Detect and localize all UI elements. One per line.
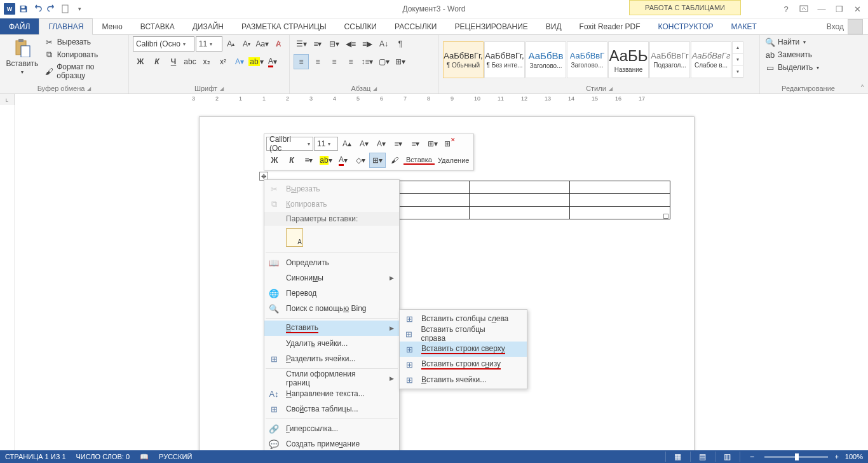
ctx-bing-search[interactable]: 🔍Поиск с помощью Bing xyxy=(264,301,399,316)
dialog-launcher-icon[interactable]: ◢ xyxy=(220,86,224,92)
mini-styles-icon[interactable]: A▾ xyxy=(373,136,390,151)
mini-grow-font-icon[interactable]: A▴ xyxy=(339,136,355,151)
tab-insert[interactable]: ВСТАВКА xyxy=(132,18,184,34)
ctx-translate[interactable]: 🌐Перевод xyxy=(264,286,399,301)
tab-view[interactable]: ВИД xyxy=(537,18,571,34)
status-page[interactable]: СТРАНИЦА 1 ИЗ 1 xyxy=(5,453,66,460)
tab-review[interactable]: РЕЦЕНЗИРОВАНИЕ xyxy=(445,18,536,34)
change-case-icon[interactable]: Aa▾ xyxy=(255,36,269,52)
ctx-synonyms[interactable]: Синонимы▶ xyxy=(264,270,399,286)
grow-font-icon[interactable]: A▴ xyxy=(224,36,238,52)
shading-icon[interactable]: ▢▾ xyxy=(376,54,391,69)
ctx-hyperlink[interactable]: 🔗Гиперссылка... xyxy=(264,421,399,436)
tab-constructor[interactable]: КОНСТРУКТОР xyxy=(649,18,722,34)
style-normal[interactable]: АаБбВвГг,¶ Обычный xyxy=(443,41,484,78)
collapse-ribbon-icon[interactable]: ^ xyxy=(857,35,868,93)
mini-bold-button[interactable]: Ж xyxy=(266,153,283,168)
help-icon[interactable]: ? xyxy=(778,2,794,16)
mini-font-size[interactable]: 11▾ xyxy=(314,137,338,151)
restore-icon[interactable]: ❐ xyxy=(831,2,848,16)
superscript-button[interactable]: x² xyxy=(215,54,231,69)
bold-button[interactable]: Ж xyxy=(133,54,148,69)
status-proofing-icon[interactable]: 📖 xyxy=(140,453,149,461)
redo-icon[interactable] xyxy=(44,2,58,16)
new-doc-icon[interactable] xyxy=(58,2,72,16)
ruler-vertical[interactable] xyxy=(0,105,15,450)
sign-in[interactable]: Вход xyxy=(827,18,868,34)
mini-format-painter-icon[interactable]: 🖌 xyxy=(386,153,403,168)
multilevel-icon[interactable]: ⊟▾ xyxy=(327,36,342,52)
shrink-font-icon[interactable]: A▾ xyxy=(240,36,254,52)
ctx-delete-cells[interactable]: Удалить ячейки... xyxy=(264,336,399,351)
numbering-icon[interactable]: ≡▾ xyxy=(310,36,325,52)
styles-gallery[interactable]: АаБбВвГг,¶ Обычный АаБбВвГг,¶ Без инте..… xyxy=(443,41,743,78)
tab-layout-table[interactable]: МАКЕТ xyxy=(722,18,766,34)
close-icon[interactable]: ✕ xyxy=(849,2,865,16)
style-heading2[interactable]: АаБбВвГЗаголово... xyxy=(567,41,607,78)
dialog-launcher-icon[interactable]: ◢ xyxy=(373,86,377,92)
clear-format-icon[interactable]: A̷ xyxy=(271,36,285,52)
mini-shrink-font-icon[interactable]: A▾ xyxy=(356,136,372,151)
tab-design[interactable]: ДИЗАЙН xyxy=(184,18,233,34)
ctx-paste-option[interactable]: A xyxy=(264,226,399,251)
zoom-slider[interactable] xyxy=(764,456,828,458)
mini-insert-label[interactable]: Вставка xyxy=(403,156,435,165)
dialog-launcher-icon[interactable]: ◢ xyxy=(87,86,91,92)
align-center-icon[interactable]: ≡ xyxy=(310,54,325,69)
mini-highlight-icon[interactable]: ab▾ xyxy=(318,153,334,168)
sub-insert-cols-left[interactable]: ⊞Вставить столбцы слева xyxy=(400,311,527,326)
font-name-combo[interactable]: Calibri (Осно▾ xyxy=(133,36,194,52)
align-right-icon[interactable]: ≡ xyxy=(327,54,342,69)
borders-icon[interactable]: ⊞▾ xyxy=(393,54,408,69)
sub-insert-cells[interactable]: ⊞Вставить ячейки... xyxy=(400,372,527,387)
mini-delete-table-icon[interactable]: ⊞✕ xyxy=(442,136,458,151)
mini-delete-label[interactable]: Удаление xyxy=(435,156,472,164)
sub-insert-rows-below[interactable]: ⊞Вставить строки снизу xyxy=(400,357,527,372)
underline-button[interactable]: Ч xyxy=(166,54,181,69)
tab-home[interactable]: ГЛАВНАЯ xyxy=(39,18,93,35)
styles-more[interactable]: ▴▾▾ xyxy=(732,41,743,78)
ctx-define[interactable]: 📖Определить xyxy=(264,255,399,270)
undo-icon[interactable] xyxy=(31,2,44,16)
zoom-level[interactable]: 100% xyxy=(845,453,863,460)
status-words[interactable]: ЧИСЛО СЛОВ: 0 xyxy=(76,453,130,460)
tab-menu[interactable]: Меню xyxy=(93,18,131,34)
view-web-layout-icon[interactable]: ▥ xyxy=(715,452,733,462)
style-title[interactable]: АаБЬНазвание xyxy=(608,41,649,78)
align-left-icon[interactable]: ≡ xyxy=(294,54,309,69)
zoom-thumb[interactable] xyxy=(795,453,799,460)
minimize-icon[interactable]: — xyxy=(813,2,830,16)
sort-icon[interactable]: A↓ xyxy=(376,36,391,52)
cut-button[interactable]: ✂Вырезать xyxy=(43,36,125,48)
tab-mailings[interactable]: РАССЫЛКИ xyxy=(386,18,445,34)
status-language[interactable]: РУССКИЙ xyxy=(159,453,192,460)
line-spacing-icon[interactable]: ↕≡▾ xyxy=(360,54,375,69)
select-button[interactable]: ▭Выделить▾ xyxy=(764,62,820,73)
ctx-split-cells[interactable]: ⊞Разделить ячейки... xyxy=(264,351,399,366)
font-size-combo[interactable]: 11▾ xyxy=(196,36,222,52)
sub-insert-cols-right[interactable]: ⊞Вставить столбцы справа xyxy=(400,326,527,342)
tab-file[interactable]: ФАЙЛ xyxy=(0,18,39,34)
qat-dropdown-icon[interactable]: ▾ xyxy=(72,2,86,16)
ctx-border-styles[interactable]: Стили оформления границ▶ xyxy=(264,371,399,386)
style-subtle-emphasis[interactable]: АаБбВвГгСлабое в... xyxy=(691,41,731,78)
sub-insert-rows-above[interactable]: ⊞Вставить строки сверху xyxy=(400,342,527,357)
font-color-icon[interactable]: A▾ xyxy=(265,54,280,69)
italic-button[interactable]: К xyxy=(149,54,165,69)
find-button[interactable]: 🔍Найти▾ xyxy=(764,36,820,48)
view-read-mode-icon[interactable]: ▤ xyxy=(690,452,709,462)
style-heading1[interactable]: АаБбВвЗаголово... xyxy=(526,41,566,78)
zoom-out-icon[interactable]: − xyxy=(740,452,758,462)
ctx-new-comment[interactable]: 💬Создать примечание xyxy=(264,436,399,452)
tab-references[interactable]: ССЫЛКИ xyxy=(336,18,386,34)
mini-align-icon[interactable]: ≡▾ xyxy=(301,153,317,168)
decrease-indent-icon[interactable]: ◀≡ xyxy=(343,36,358,52)
dialog-launcher-icon[interactable]: ◢ xyxy=(609,86,613,92)
mini-shading-icon[interactable]: ◇▾ xyxy=(352,153,369,168)
view-print-layout-icon[interactable]: ▦ xyxy=(665,452,684,462)
paste-button[interactable]: Вставить ▾ xyxy=(4,36,41,76)
ctx-text-direction[interactable]: A↕Направление текста... xyxy=(264,386,399,401)
style-subtitle[interactable]: АаБбВвГгПодзагол... xyxy=(649,41,690,78)
ctx-copy[interactable]: ⧉Копировать xyxy=(264,197,399,212)
subscript-button[interactable]: x₂ xyxy=(199,54,214,69)
